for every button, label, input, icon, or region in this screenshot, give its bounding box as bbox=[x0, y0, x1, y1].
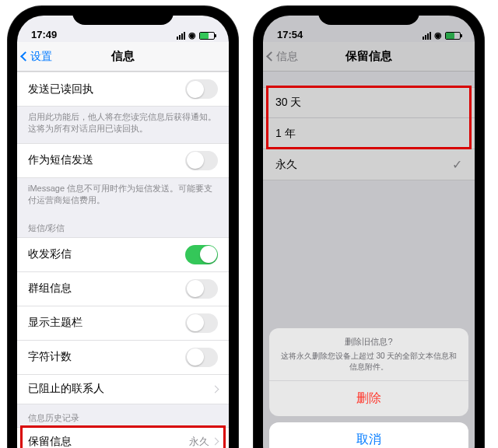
switch-off[interactable] bbox=[185, 279, 218, 299]
row-label: 群组信息 bbox=[28, 282, 72, 296]
row-subject[interactable]: 显示主题栏 bbox=[17, 306, 229, 341]
row-charcount[interactable]: 字符计数 bbox=[17, 341, 229, 375]
notch bbox=[318, 6, 419, 25]
settings-list[interactable]: 发送已读回执 启用此功能后，他人将在您读完信息后获得通知。这将为所有对话启用已读… bbox=[17, 72, 229, 448]
back-label: 设置 bbox=[30, 50, 52, 64]
row-group-msg[interactable]: 群组信息 bbox=[17, 272, 229, 306]
row-label: 发送已读回执 bbox=[28, 82, 93, 96]
screen-left: 17:49 ◉ 设置 信息 发送已读回执 启用此功能后， bbox=[17, 16, 229, 448]
notch bbox=[72, 6, 174, 25]
row-label: 已阻止的联系人 bbox=[28, 382, 104, 396]
cancel-button[interactable]: 取消 bbox=[269, 422, 468, 448]
row-mms[interactable]: 收发彩信 bbox=[17, 237, 229, 272]
phone-left: 17:49 ◉ 设置 信息 发送已读回执 启用此功能后， bbox=[8, 6, 238, 448]
chevron-left-icon bbox=[20, 51, 30, 61]
row-keep-messages[interactable]: 保留信息 永久 bbox=[17, 427, 229, 448]
battery-icon bbox=[199, 32, 215, 40]
delete-button[interactable]: 删除 bbox=[269, 380, 468, 416]
group-header: 短信/彩信 bbox=[17, 215, 229, 237]
row-blocked[interactable]: 已阻止的联系人 bbox=[17, 375, 229, 404]
page-title: 信息 bbox=[111, 49, 135, 64]
screen-right: 17:54 ◉ 信息 保留信息 30 天 1 年 bbox=[263, 16, 475, 448]
row-note: 启用此功能后，他人将在您读完信息后获得通知。这将为所有对话启用已读回执。 bbox=[17, 107, 229, 143]
switch-off[interactable] bbox=[185, 79, 218, 99]
action-sheet: 删除旧信息? 这将永久删除您设备上超过 30 天的全部文本信息和信息附件。 删除… bbox=[269, 328, 468, 448]
switch-off[interactable] bbox=[185, 348, 218, 367]
signal-icon bbox=[177, 32, 185, 40]
status-icons: ◉ bbox=[177, 30, 215, 40]
row-send-as-sms[interactable]: 作为短信发送 bbox=[17, 143, 229, 178]
row-label: 显示主题栏 bbox=[28, 316, 82, 330]
sheet-title: 删除旧信息? bbox=[269, 328, 468, 351]
row-label: 收发彩信 bbox=[28, 247, 72, 261]
phone-right: 17:54 ◉ 信息 保留信息 30 天 1 年 bbox=[254, 6, 484, 448]
row-label: 作为短信发送 bbox=[28, 153, 93, 167]
wifi-icon: ◉ bbox=[188, 30, 196, 40]
chevron-right-icon bbox=[212, 385, 219, 393]
group-header: 信息历史记录 bbox=[17, 404, 229, 427]
back-button[interactable]: 设置 bbox=[22, 50, 52, 64]
row-value: 永久 bbox=[189, 435, 209, 448]
switch-on[interactable] bbox=[185, 245, 218, 264]
sheet-subtitle: 这将永久删除您设备上超过 30 天的全部文本信息和信息附件。 bbox=[269, 351, 468, 380]
nav-bar: 设置 信息 bbox=[17, 42, 229, 72]
action-sheet-body: 删除旧信息? 这将永久删除您设备上超过 30 天的全部文本信息和信息附件。 删除 bbox=[269, 328, 468, 416]
row-label: 保留信息 bbox=[28, 435, 72, 448]
switch-off[interactable] bbox=[185, 151, 218, 170]
chevron-right-icon bbox=[212, 438, 219, 446]
status-time: 17:49 bbox=[31, 29, 57, 40]
switch-off[interactable] bbox=[185, 313, 218, 333]
row-note: iMessage 信息不可用时作为短信发送。可能要支付运营商短信费用。 bbox=[17, 178, 229, 215]
row-read-receipt[interactable]: 发送已读回执 bbox=[17, 72, 229, 107]
action-sheet-cancel: 取消 bbox=[269, 422, 468, 448]
row-label: 字符计数 bbox=[28, 350, 72, 364]
